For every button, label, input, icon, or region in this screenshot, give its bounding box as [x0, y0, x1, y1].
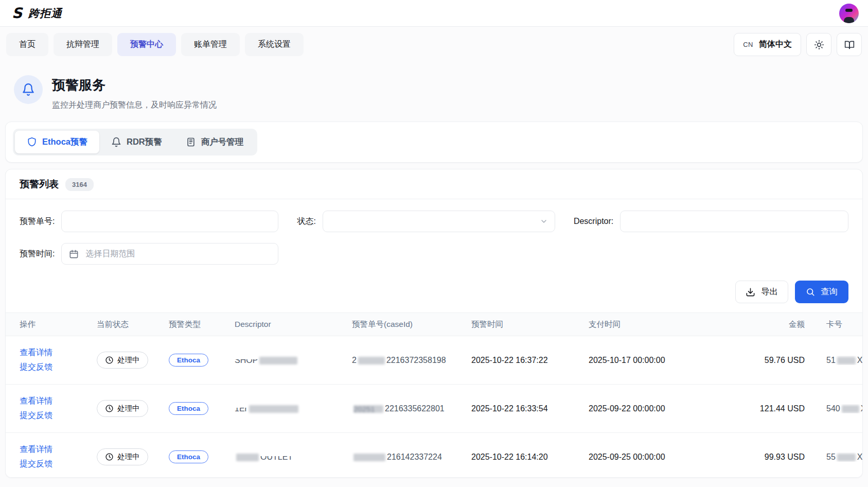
nav-controls: CN 简体中文: [734, 33, 862, 56]
descriptor-input[interactable]: [620, 211, 848, 232]
page-subtitle: 监控并处理商户预警信息，及时响应异常情况: [52, 100, 217, 111]
brand-logo-icon: S: [9, 6, 25, 21]
redacted-block: [259, 357, 297, 364]
visible-fragment: XXXX: [857, 356, 862, 364]
descriptor-filter-label: Descriptor:: [574, 217, 613, 226]
submit-feedback-link[interactable]: 提交反馈: [20, 362, 52, 373]
table-header-row: 操作当前状态预警类型Descriptor预警单号(caseId)预警时间支付时间…: [6, 312, 862, 336]
date-range-placeholder: 选择日期范围: [85, 249, 135, 259]
alert-type-badge: Ethoca: [169, 450, 208, 463]
shield-icon: [27, 137, 37, 147]
status-badge: 处理中: [97, 400, 148, 417]
language-button[interactable]: CN 简体中文: [734, 33, 801, 56]
view-details-link[interactable]: 查看详情: [20, 444, 52, 455]
merchant-icon: [186, 137, 196, 147]
column-header-0: 操作: [20, 319, 97, 330]
case-id-cell: 202512216335622801: [352, 404, 471, 413]
amount-cell: 121.44 USD: [760, 404, 805, 413]
clock-icon: [105, 356, 114, 364]
visible-fragment: 2216372358198: [386, 356, 446, 364]
tab-1[interactable]: RDR预警: [99, 131, 174, 153]
redacted-block: [353, 454, 385, 461]
theme-toggle-button[interactable]: [806, 33, 831, 56]
card-number-cell: 55XXXX: [805, 453, 862, 462]
sun-icon: [814, 40, 824, 50]
nav-item-2[interactable]: 预警中心: [117, 33, 176, 56]
visible-fragment: 540: [826, 404, 840, 413]
alert-type-badge: Ethoca: [169, 402, 208, 415]
column-header-1: 当前状态: [97, 319, 169, 330]
redacted-block: [842, 405, 859, 413]
redacted-block: [236, 454, 259, 461]
table-row-1: 查看详情 提交反馈 处理中 Ethoca 1Er 202512216335622…: [6, 385, 862, 433]
case-id-filter-label: 预警单号:: [20, 216, 55, 227]
pay-time-cell: 2025-09-25 00:00:00: [589, 453, 717, 462]
filters: 预警单号: 状态: Descriptor: 预警时间:: [6, 199, 862, 265]
main-nav: 首页 抗辩管理 预警中心 账单管理 系统设置 CN 简体中文: [0, 27, 868, 62]
view-details-link[interactable]: 查看详情: [20, 396, 52, 407]
alert-type-badge: Ethoca: [169, 354, 208, 367]
view-details-link[interactable]: 查看详情: [20, 347, 52, 358]
table-body: 查看详情 提交反馈 处理中 Ethoca SHOP 22216372358198…: [6, 336, 862, 478]
export-button[interactable]: 导出: [735, 281, 788, 303]
column-header-6: 支付时间: [589, 319, 717, 330]
visible-fragment: SHOP: [235, 356, 258, 365]
alert-time-cell: 2025-10-22 16:33:54: [471, 404, 589, 413]
list-title: 预警列表: [20, 178, 59, 191]
tab-0[interactable]: Ethoca预警: [15, 131, 99, 153]
clock-icon: [105, 453, 114, 461]
brand-name: 跨拒通: [28, 6, 62, 21]
visible-fragment: 2216335622801: [385, 404, 445, 413]
column-header-5: 预警时间: [471, 319, 589, 330]
tab-2[interactable]: 商户号管理: [174, 131, 256, 153]
redacted-block: [358, 357, 385, 364]
nav-item-4[interactable]: 系统设置: [245, 33, 304, 56]
tabs-card: Ethoca预警 RDR预警 商户号管理: [5, 121, 863, 163]
nav-items: 首页 抗辩管理 预警中心 账单管理 系统设置: [6, 33, 304, 56]
bell-icon: [14, 75, 43, 104]
amount-cell: 99.93 USD: [765, 453, 805, 462]
column-header-2: 预警类型: [169, 319, 235, 330]
table-row-2: 查看详情 提交反馈 处理中 Ethoca OUTLET 216142337224…: [6, 433, 862, 478]
user-avatar[interactable]: [839, 4, 859, 23]
query-button[interactable]: 查询: [795, 281, 848, 303]
visible-fragment: 51: [826, 356, 836, 364]
status-filter-label: 状态:: [297, 216, 315, 227]
redacted-block: [837, 454, 856, 461]
card-number-cell: 51XXXX: [805, 356, 862, 365]
nav-item-3[interactable]: 账单管理: [181, 33, 240, 56]
date-range-picker[interactable]: 选择日期范围: [61, 243, 278, 265]
status-select[interactable]: [323, 211, 555, 232]
page-title: 预警服务: [52, 76, 217, 94]
column-header-7: 金额: [789, 319, 805, 330]
top-bar: S 跨拒通: [0, 0, 868, 27]
pay-time-cell: 2025-09-22 00:00:00: [589, 404, 717, 413]
visible-fragment: 216142337224: [387, 453, 442, 461]
visible-fragment: 1Er: [235, 404, 247, 413]
language-code: CN: [743, 41, 753, 48]
column-header-4: 预警单号(caseId): [352, 319, 471, 330]
page-header: 预警服务 监控并处理商户预警信息，及时响应异常情况: [0, 62, 868, 121]
bell-icon: [111, 137, 121, 147]
table-row-0: 查看详情 提交反馈 处理中 Ethoca SHOP 22216372358198…: [6, 336, 862, 385]
nav-item-1[interactable]: 抗辩管理: [54, 33, 112, 56]
status-badge: 处理中: [97, 448, 148, 465]
nav-item-0[interactable]: 首页: [6, 33, 48, 56]
case-id-input[interactable]: [61, 211, 278, 232]
pay-time-cell: 2025-10-17 00:00:00: [589, 356, 717, 365]
list-actions: 导出 查询: [6, 275, 862, 312]
visible-fragment: XXXX: [861, 404, 862, 413]
docs-button[interactable]: [837, 33, 862, 56]
export-label: 导出: [761, 286, 778, 298]
alert-time-filter-label: 预警时间:: [20, 249, 55, 259]
column-header-3: Descriptor: [235, 320, 352, 329]
search-icon: [806, 287, 815, 297]
submit-feedback-link[interactable]: 提交反馈: [20, 410, 52, 421]
alert-time-cell: 2025-10-22 16:37:22: [471, 356, 589, 365]
svg-text:S: S: [12, 6, 23, 21]
query-label: 查询: [821, 286, 838, 298]
language-label: 简体中文: [759, 39, 792, 50]
visible-fragment: XXXX: [857, 453, 862, 461]
submit-feedback-link[interactable]: 提交反馈: [20, 459, 52, 469]
redacted-block: [249, 405, 298, 413]
